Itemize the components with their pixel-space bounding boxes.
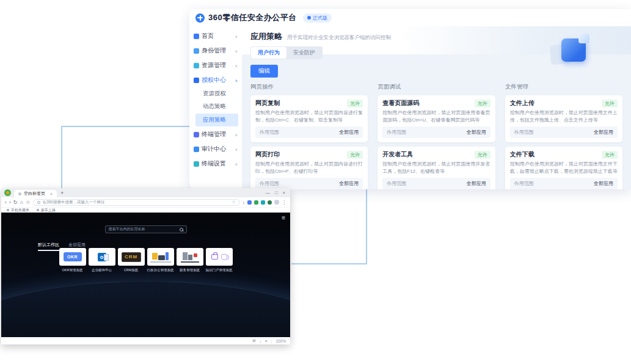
tab-default-workspace[interactable]: 默认工作区 <box>38 242 59 251</box>
edit-button[interactable]: 编辑 <box>250 65 278 78</box>
status-badge: 允许 <box>347 151 363 159</box>
section-web-operations: 网页操作 网页复制 允许 控制用户在使用浏览器时，禁止对页面内容进行复制，包括C… <box>250 83 368 189</box>
zoom-level[interactable]: 100% <box>275 339 286 343</box>
sidebar-item-terminal[interactable]: 终端管理 ∨ <box>189 127 242 142</box>
sidebar-item-label: 首页 <box>202 32 214 40</box>
scope-value: 全部应用 <box>467 129 486 136</box>
sidebar-item-label: 身份管理 <box>202 46 226 55</box>
audit-icon <box>194 147 199 152</box>
maximize-button[interactable]: □ <box>275 190 278 195</box>
home-icon[interactable]: ⌂ <box>20 200 23 205</box>
sidebar-subitem-resource-auth[interactable]: 资源授权 <box>189 87 242 100</box>
app-item-knowledge[interactable]: 知识门户管理系统 <box>206 248 233 272</box>
status-badge: 允许 <box>475 100 491 107</box>
chevron-down-icon: ∨ <box>235 133 238 137</box>
sidebar-item-resource[interactable]: 资源管理 ∨ <box>189 58 242 73</box>
sidebar-item-identity[interactable]: 身份管理 ∨ <box>189 43 242 58</box>
minimize-button[interactable]: — <box>266 190 271 195</box>
tab-favicon <box>18 192 21 195</box>
hamburger-menu-icon[interactable]: ≡ <box>282 214 285 221</box>
app-item-okr[interactable]: OKR OKR管理系统 <box>59 248 86 272</box>
extension-icon-green[interactable] <box>254 200 258 205</box>
sidebar-item-settings[interactable]: 终端设置 ∨ <box>189 156 242 171</box>
window-close-button[interactable]: × <box>283 190 285 195</box>
sidebar-item-authorization[interactable]: 授权中心 ∧ <box>189 73 242 87</box>
sidebar-item-label: 资源管理 <box>202 61 226 70</box>
policy-card-web-print: 网页打印 允许 控制用户在使用浏览器时，禁止对页面内容进行打印，包括Ctrl+P… <box>250 147 368 189</box>
card-description: 控制用户在使用浏览器时，禁止对页面内容进行打印，包括Ctrl+P、右键打印等 <box>255 161 363 175</box>
policy-card-view-source: 查看页面源码 允许 控制用户在使用浏览器时，禁止对页面使用查看页面源码，包括Ct… <box>378 95 495 142</box>
download-icon[interactable]: ↓ <box>243 200 245 205</box>
app-item-admin-office[interactable]: 行政办公管理系统 <box>147 248 174 272</box>
policy-card-web-copy: 网页复制 允许 控制用户在使用浏览器时，禁止对页面内容进行复制，包括Ctrl+C… <box>250 95 368 142</box>
card-title: 文件上传 <box>510 99 534 107</box>
card-description: 控制用户在使用浏览器时，禁止对页面使用开发者工具，包括F12、右键检查等 <box>382 161 490 175</box>
earth-background <box>1 281 290 337</box>
search-placeholder: 搜索平台内的应用名称 <box>109 227 145 232</box>
refresh-icon[interactable]: ↻ <box>13 200 18 205</box>
menu-icon[interactable]: ⋮ <box>282 200 286 205</box>
extension-icon-teal[interactable] <box>261 200 265 205</box>
section-title: 页面调试 <box>378 83 495 91</box>
card-description: 控制用户在使用浏览器时，禁止对页面使用文件上传，包括文件拖拽上传、点击文件上传等 <box>510 109 618 123</box>
app-grid: OKR OKR管理系统 o 企业邮件中心 CRM CRM系统 行政办公管理系统 <box>59 248 233 272</box>
sidebar-item-label: 终端设置 <box>202 159 226 168</box>
tab-security-protection[interactable]: 安全防护 <box>286 47 322 59</box>
outlook-icon: o <box>98 253 106 261</box>
scope-value: 全部应用 <box>594 180 613 187</box>
section-file-management: 文件管理 文件上传 允许 控制用户在使用浏览器时，禁止对页面使用文件上传，包括文… <box>505 83 622 189</box>
admin-window: 360零信任安全办公平台 正式版 首页 ∨ 身份管理 ∨ 资源管理 ∨ <box>189 9 631 189</box>
magnifier-icon <box>180 228 183 231</box>
app-item-finance[interactable]: 财务管理系统 <box>177 248 203 272</box>
page-subtitle: 用于实现对企业安全浏览器客户端的访问控制 <box>287 34 391 42</box>
extension-icon-dark[interactable] <box>268 200 272 205</box>
app-label: 知识门户管理系统 <box>206 268 233 272</box>
content-area: 应用策略 用于实现对企业安全浏览器客户端的访问控制 用户行为 安全防护 编辑 网… <box>242 26 631 189</box>
tab-close-icon[interactable]: × <box>50 192 53 196</box>
address-bar[interactable]: 在360搜索中搜索，或输入一个网址 ☆ <box>33 199 240 206</box>
app-search-input[interactable]: 搜索平台内的应用名称 <box>105 225 187 233</box>
app-item-mail[interactable]: o 企业邮件中心 <box>89 248 115 272</box>
sidebar-subitem-label: 动态策略 <box>203 103 226 109</box>
app-label: OKR管理系统 <box>59 268 86 272</box>
status-list-icon[interactable]: ≡ <box>265 339 268 343</box>
chevron-down-icon: ∨ <box>235 34 238 38</box>
status-grid-icon[interactable]: ⊞ <box>252 338 255 343</box>
authorization-icon <box>194 78 199 83</box>
card-title: 查看页面源码 <box>382 99 419 107</box>
forward-icon[interactable]: › <box>9 200 11 205</box>
admin-system-illustration <box>150 251 171 263</box>
favorites-icon[interactable]: ☆ <box>26 200 31 205</box>
crm-icon: CRM <box>122 252 141 262</box>
profile-avatar[interactable] <box>274 200 279 205</box>
status-download-icon[interactable]: ↓ <box>260 339 261 343</box>
app-label: 行政办公管理系统 <box>147 268 174 272</box>
section-title: 文件管理 <box>505 83 622 91</box>
card-title: 网页复制 <box>255 99 280 107</box>
app-item-crm[interactable]: CRM CRM系统 <box>118 248 145 272</box>
finance-system-illustration <box>180 251 200 263</box>
scope-value: 全部应用 <box>594 129 613 136</box>
back-icon[interactable]: ‹ <box>5 200 7 205</box>
sidebar-item-audit[interactable]: 审计中心 ∨ <box>189 142 242 156</box>
browser-window: 空白标签页 × + — □ × ‹ › ↻ ⌂ ☆ 在360搜索中搜索，或输入一… <box>1 188 290 344</box>
sidebar-subitem-app-policy[interactable]: 应用策略 <box>195 114 238 126</box>
app-label: 企业邮件中心 <box>89 268 115 272</box>
bookmark-star-icon[interactable]: ☆ <box>232 200 235 205</box>
tab-user-behavior[interactable]: 用户行为 <box>251 47 286 59</box>
scope-label: 作用范围 <box>514 180 534 187</box>
sidebar-subitem-dynamic-policy[interactable]: 动态策略 <box>189 100 242 113</box>
extension-icon-blue[interactable] <box>247 200 252 205</box>
scope-value: 全部应用 <box>467 180 486 187</box>
scope-label: 作用范围 <box>260 180 279 187</box>
card-description: 控制用户在使用浏览器时，禁止对页面使用文件下载，如需禁止断点下载，需在浏览器端禁… <box>510 161 618 175</box>
new-tab-button[interactable]: + <box>60 190 64 196</box>
okr-icon: OKR <box>64 252 82 261</box>
bookmarks-bar: 手机收藏夹 新手上路 <box>1 207 290 213</box>
status-badge: 允许 <box>602 100 618 107</box>
section-title: 网页操作 <box>250 83 368 91</box>
admin-header: 360零信任安全办公平台 正式版 <box>189 9 631 26</box>
browser-tab[interactable]: 空白标签页 × <box>14 190 57 197</box>
connector-line-left <box>61 126 190 189</box>
sidebar-item-home[interactable]: 首页 ∨ <box>189 29 242 43</box>
